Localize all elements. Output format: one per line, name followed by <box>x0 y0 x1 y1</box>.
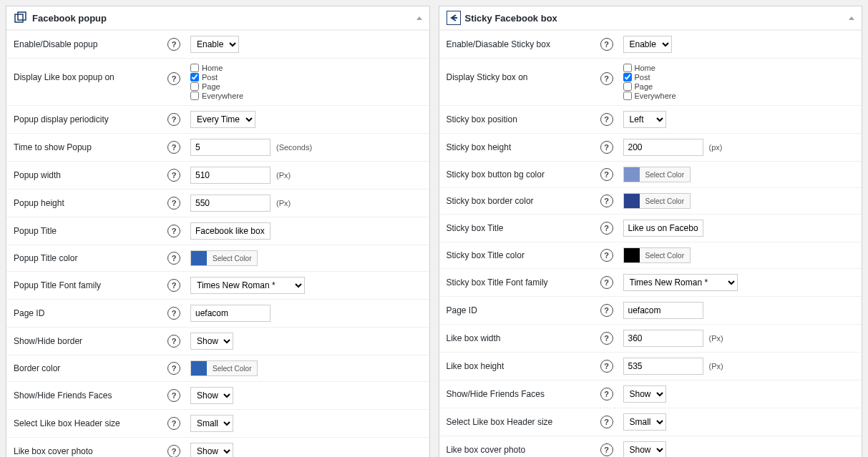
page-id-input[interactable] <box>190 305 270 322</box>
check-home[interactable] <box>623 64 632 72</box>
header-size-select[interactable]: Small <box>190 415 233 432</box>
svg-rect-0 <box>15 14 23 22</box>
row-label: Display Like box popup on <box>14 64 167 82</box>
friends-select[interactable]: Show <box>623 385 666 403</box>
row-label: Show/Hide Friends Faces <box>14 390 167 401</box>
help-icon[interactable]: ? <box>167 445 180 457</box>
help-icon[interactable]: ? <box>167 307 180 320</box>
panel-title: Sticky Facebook box <box>465 13 849 24</box>
check-page[interactable] <box>623 82 632 91</box>
help-icon[interactable]: ? <box>167 197 180 210</box>
row-label: Sticky box Title Font family <box>447 277 600 288</box>
panel-sticky-facebook: Sticky Facebook box Enable/Diasable Stic… <box>439 6 863 457</box>
btn-bg-color-picker[interactable]: Select Color <box>623 167 691 182</box>
friends-select[interactable]: Show <box>190 387 233 404</box>
row-label: Popup height <box>14 198 167 208</box>
sticky-height-input[interactable] <box>623 139 703 156</box>
row-label: Show/Hide border <box>14 336 167 346</box>
help-icon[interactable]: ? <box>167 335 180 348</box>
row-label: Sticky box height <box>447 142 600 152</box>
help-icon[interactable]: ? <box>600 113 613 126</box>
help-icon[interactable]: ? <box>167 169 180 182</box>
title-color-picker[interactable]: Select Color <box>190 250 258 266</box>
likebox-width-input[interactable] <box>623 330 703 347</box>
border-color-picker[interactable]: Select Color <box>190 360 258 376</box>
row-label: Sticky box border color <box>447 196 600 206</box>
row-label: Sticky box Title <box>447 223 600 233</box>
row-label: Border color <box>14 363 167 373</box>
check-page[interactable] <box>190 82 199 91</box>
row-label: Like box cover photo <box>447 445 600 455</box>
cover-select[interactable]: Show <box>623 441 666 457</box>
font-select[interactable]: Times New Roman * <box>623 274 738 291</box>
sticky-title-input[interactable] <box>623 220 703 237</box>
row-label: Popup Title Font family <box>14 280 167 290</box>
svg-rect-1 <box>18 12 26 20</box>
check-home[interactable] <box>190 64 199 72</box>
title-color-picker[interactable]: Select Color <box>623 247 691 263</box>
time-input[interactable] <box>190 139 270 156</box>
help-icon[interactable]: ? <box>167 362 180 375</box>
row-label: Display Sticky box on <box>447 64 600 82</box>
check-post[interactable] <box>190 73 199 82</box>
help-icon[interactable]: ? <box>600 276 613 289</box>
help-icon[interactable]: ? <box>167 252 180 265</box>
help-icon[interactable]: ? <box>167 38 180 51</box>
page-id-input[interactable] <box>623 302 703 319</box>
row-label: Popup width <box>14 170 167 180</box>
help-icon[interactable]: ? <box>600 141 613 154</box>
row-label: Show/Hide Friends Faces <box>447 389 600 399</box>
help-icon[interactable]: ? <box>600 38 613 51</box>
row-label: Like box cover photo <box>14 446 167 456</box>
check-post[interactable] <box>623 73 632 82</box>
help-icon[interactable]: ? <box>167 279 180 292</box>
display-on-checks: Home Post Page Everywhere <box>623 64 676 100</box>
help-icon[interactable]: ? <box>600 332 613 345</box>
panel-header: Sticky Facebook box <box>439 6 862 30</box>
enable-select[interactable]: Enable <box>190 36 239 53</box>
help-icon[interactable]: ? <box>167 417 180 430</box>
border-select[interactable]: Show <box>190 333 233 350</box>
likebox-height-input[interactable] <box>623 358 703 375</box>
check-everywhere[interactable] <box>190 92 199 100</box>
popup-icon <box>14 11 28 25</box>
panel-facebook-popup: Facebook popup Enable/Disable popup ? En… <box>6 6 430 457</box>
help-icon[interactable]: ? <box>600 222 613 235</box>
position-select[interactable]: Left <box>623 111 666 128</box>
row-label: Page ID <box>447 305 600 315</box>
panel-header: Facebook popup <box>6 6 429 30</box>
border-color-picker[interactable]: Select Color <box>623 193 691 209</box>
help-icon[interactable]: ? <box>600 360 613 373</box>
help-icon[interactable]: ? <box>600 168 613 181</box>
help-icon[interactable]: ? <box>600 388 613 401</box>
help-icon[interactable]: ? <box>167 113 180 126</box>
help-icon[interactable]: ? <box>600 416 613 428</box>
panel-title: Facebook popup <box>32 13 416 24</box>
cover-select[interactable]: Show <box>190 443 233 457</box>
popup-title-input[interactable] <box>190 222 270 240</box>
check-everywhere[interactable] <box>623 92 632 100</box>
row-label: Sticky box button bg color <box>447 169 600 180</box>
row-label: Enable/Diasable Sticky box <box>447 39 600 49</box>
help-icon[interactable]: ? <box>167 72 180 85</box>
help-icon[interactable]: ? <box>167 141 180 154</box>
collapse-toggle[interactable] <box>849 16 854 20</box>
help-icon[interactable]: ? <box>600 72 613 85</box>
help-icon[interactable]: ? <box>600 304 613 317</box>
font-select[interactable]: Times New Roman * <box>190 277 305 294</box>
height-input[interactable] <box>190 195 270 212</box>
help-icon[interactable]: ? <box>600 249 613 262</box>
periodicity-select[interactable]: Every Time <box>190 111 255 128</box>
help-icon[interactable]: ? <box>600 443 613 456</box>
help-icon[interactable]: ? <box>167 389 180 402</box>
row-label: Sticky box Title color <box>447 250 600 260</box>
header-size-select[interactable]: Small <box>623 413 666 431</box>
row-label: Select Like box Header size <box>14 418 167 428</box>
row-label: Popup display periodicity <box>14 114 167 124</box>
help-icon[interactable]: ? <box>600 195 613 207</box>
collapse-toggle[interactable] <box>416 16 422 20</box>
width-input[interactable] <box>190 167 270 184</box>
row-label: Time to show Popup <box>14 142 167 152</box>
help-icon[interactable]: ? <box>167 225 180 237</box>
enable-select[interactable]: Enable <box>623 36 672 53</box>
